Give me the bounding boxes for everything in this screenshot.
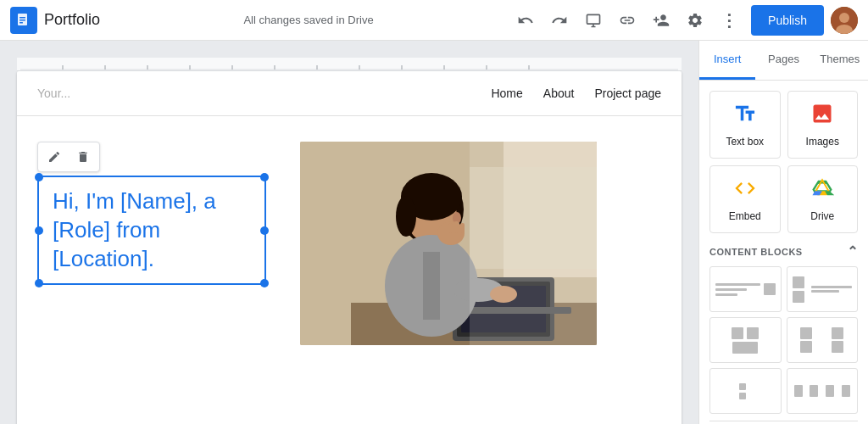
svg-rect-2 bbox=[19, 20, 25, 21]
insert-drive-label: Drive bbox=[810, 210, 834, 222]
redo-button[interactable] bbox=[544, 5, 575, 36]
tab-themes[interactable]: Themes bbox=[812, 41, 868, 80]
avatar[interactable] bbox=[831, 7, 858, 34]
hero-section: Hi, I'm [Name], a [Role] from [Location]… bbox=[17, 116, 682, 371]
tab-insert[interactable]: Insert bbox=[699, 41, 755, 80]
nav-link-about[interactable]: About bbox=[543, 86, 575, 100]
insert-text-box-label: Text box bbox=[726, 136, 764, 148]
block-item-4[interactable] bbox=[787, 317, 859, 363]
drive-icon bbox=[810, 176, 834, 205]
insert-items-grid: Text box Images Embed bbox=[709, 91, 858, 233]
link-button[interactable] bbox=[612, 5, 643, 36]
block-item-6[interactable] bbox=[787, 368, 859, 414]
block-thumb-4 bbox=[793, 323, 853, 357]
content-blocks-header: CONTENT BLOCKS ⌃ bbox=[709, 243, 858, 259]
svg-rect-36 bbox=[423, 252, 440, 320]
collapsible-group-button[interactable]: Collapsible group bbox=[709, 421, 858, 424]
collapse-icon[interactable]: ⌃ bbox=[847, 243, 859, 259]
blocks-grid bbox=[709, 266, 858, 414]
app-logo bbox=[10, 7, 37, 34]
block-thumb-2 bbox=[793, 272, 853, 306]
block-item-5[interactable] bbox=[709, 368, 782, 414]
svg-rect-39 bbox=[454, 221, 459, 233]
insert-embed[interactable]: Embed bbox=[709, 165, 781, 233]
settings-button[interactable] bbox=[680, 5, 710, 36]
svg-rect-40 bbox=[460, 223, 465, 233]
app-title: Portfolio bbox=[44, 11, 100, 29]
toolbar: Portfolio All changes saved in Drive ⋮ P… bbox=[0, 0, 868, 41]
insert-embed-label: Embed bbox=[729, 210, 761, 222]
insert-text-box[interactable]: Text box bbox=[709, 91, 781, 159]
block-item-2[interactable] bbox=[787, 266, 859, 312]
handle-bottom-right[interactable] bbox=[260, 279, 269, 287]
text-box[interactable]: Hi, I'm [Name], a [Role] from [Location]… bbox=[37, 176, 266, 285]
svg-point-31 bbox=[396, 196, 416, 237]
add-collaborator-button[interactable] bbox=[646, 5, 676, 36]
ruler-horizontal bbox=[17, 58, 682, 71]
handle-middle-left[interactable] bbox=[35, 226, 43, 235]
page-nav: Your... Home About Project page bbox=[17, 71, 682, 116]
nav-links: Home About Project page bbox=[491, 86, 661, 100]
block-thumb-6 bbox=[793, 374, 853, 408]
block-item-1[interactable] bbox=[709, 266, 782, 312]
person-illustration bbox=[300, 142, 597, 345]
text-box-toolbar bbox=[37, 142, 100, 172]
nav-site-title: Your... bbox=[37, 86, 70, 100]
nav-link-project[interactable]: Project page bbox=[594, 86, 661, 100]
insert-images-label: Images bbox=[806, 136, 839, 148]
page-canvas: Your... Home About Project page bbox=[17, 71, 682, 424]
panel-tabs: Insert Pages Themes bbox=[699, 41, 868, 81]
content-blocks-label: CONTENT BLOCKS bbox=[709, 247, 803, 257]
block-thumb-5 bbox=[715, 383, 776, 399]
text-box-content[interactable]: Hi, I'm [Name], a [Role] from [Location]… bbox=[53, 187, 251, 273]
device-preview-button[interactable] bbox=[578, 5, 609, 36]
insert-drive[interactable]: Drive bbox=[787, 165, 859, 233]
handle-bottom-left[interactable] bbox=[35, 279, 43, 287]
embed-icon bbox=[733, 176, 757, 205]
save-status: All changes saved in Drive bbox=[114, 14, 504, 26]
text-box-wrapper: Hi, I'm [Name], a [Role] from [Location]… bbox=[37, 142, 266, 285]
svg-rect-1 bbox=[19, 17, 25, 19]
hero-photo bbox=[300, 142, 597, 345]
toolbar-icons: ⋮ bbox=[510, 5, 744, 36]
insert-images[interactable]: Images bbox=[787, 91, 859, 159]
handle-top-right[interactable] bbox=[260, 173, 269, 181]
block-item-3[interactable] bbox=[709, 317, 782, 363]
svg-rect-3 bbox=[19, 22, 23, 24]
text-box-icon bbox=[733, 102, 757, 131]
tab-pages[interactable]: Pages bbox=[755, 41, 811, 80]
main-area: Your... Home About Project page bbox=[0, 41, 868, 424]
handle-middle-right[interactable] bbox=[260, 226, 269, 235]
canvas-area[interactable]: Your... Home About Project page bbox=[0, 41, 698, 424]
undo-button[interactable] bbox=[510, 5, 541, 36]
handle-top-left[interactable] bbox=[35, 173, 43, 181]
more-options-button[interactable]: ⋮ bbox=[714, 5, 744, 36]
delete-text-button[interactable] bbox=[70, 144, 96, 170]
publish-button[interactable]: Publish bbox=[751, 5, 824, 36]
svg-rect-38 bbox=[448, 223, 453, 233]
block-thumb-1 bbox=[715, 272, 776, 306]
block-thumb-3 bbox=[715, 327, 776, 354]
edit-text-button[interactable] bbox=[42, 144, 67, 170]
nav-link-home[interactable]: Home bbox=[491, 86, 522, 100]
panel-content: Text box Images Embed bbox=[699, 81, 868, 424]
ruler-svg bbox=[20, 59, 678, 70]
svg-rect-43 bbox=[470, 142, 597, 345]
right-panel: Insert Pages Themes Text box bbox=[698, 41, 868, 424]
images-icon bbox=[810, 102, 834, 131]
svg-point-5 bbox=[839, 13, 849, 23]
